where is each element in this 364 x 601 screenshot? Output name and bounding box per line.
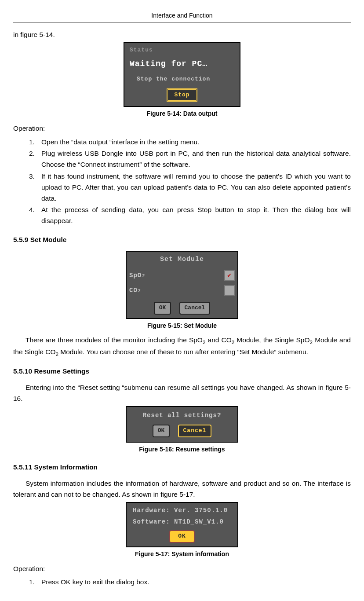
para-559: There are three modules of the monitor i… bbox=[13, 335, 351, 358]
t: There are three modules of the monitor i… bbox=[25, 336, 203, 344]
list-text: Press OK key to exit the dialog box. bbox=[41, 577, 351, 588]
figure-5-15: Set Module SpO₂ ✔ CO₂ OK Cancel bbox=[13, 251, 351, 319]
t: and CO bbox=[205, 336, 231, 344]
intro-line: in figure 5-14. bbox=[13, 29, 351, 40]
list-text: Open the “data output “interface in the … bbox=[41, 137, 351, 148]
figure-5-15-caption: Figure 5-15: Set Module bbox=[13, 321, 351, 330]
figure-5-17-caption: Figure 5-17: System information bbox=[13, 549, 351, 559]
section-5-5-9: 5.5.9 Set Module bbox=[13, 235, 351, 246]
t: Module. You can choose one of these to r… bbox=[58, 348, 308, 355]
list-item: 1.Open the “data output “interface in th… bbox=[29, 137, 351, 148]
cancel-button[interactable]: Cancel bbox=[178, 425, 212, 437]
para-5510: Entering into the “Reset setting “submen… bbox=[13, 382, 351, 404]
list-num: 3. bbox=[29, 171, 41, 204]
co2-label: CO₂ bbox=[129, 286, 224, 295]
list-item: 1.Press OK key to exit the dialog box. bbox=[29, 577, 351, 588]
operation-list-2: 1.Press OK key to exit the dialog box. bbox=[13, 577, 351, 588]
figure-5-17: Hardware: Ver. 3750.1.0 Software: NT1D_S… bbox=[13, 502, 351, 548]
section-5-5-11: 5.5.11 System Information bbox=[13, 462, 351, 473]
operation-label-1: Operation: bbox=[13, 123, 351, 134]
set-module-title: Set Module bbox=[127, 252, 237, 268]
list-text: If it has found instrument, the software… bbox=[41, 171, 351, 204]
ok-button[interactable]: OK bbox=[169, 530, 195, 543]
list-num: 2. bbox=[29, 148, 41, 170]
list-text: Plug wireless USB Dongle into USB port i… bbox=[41, 148, 351, 170]
stop-button[interactable]: Stop bbox=[167, 88, 197, 102]
operation-label-2: Operation: bbox=[13, 564, 351, 575]
cancel-button[interactable]: Cancel bbox=[179, 302, 211, 315]
ok-button[interactable]: OK bbox=[153, 425, 170, 437]
status-label: Status bbox=[130, 46, 236, 55]
figure-5-14-caption: Figure 5-14: Data output bbox=[13, 109, 351, 118]
software-line: Software: NT1D_SW_V1.0 bbox=[130, 516, 234, 528]
spo2-checkbox[interactable]: ✔ bbox=[224, 270, 235, 281]
ok-button[interactable]: OK bbox=[154, 302, 171, 315]
operation-list-1: 1.Open the “data output “interface in th… bbox=[13, 137, 351, 227]
list-item: 2.Plug wireless USB Dongle into USB port… bbox=[29, 148, 351, 170]
list-num: 1. bbox=[29, 577, 41, 588]
stop-connection-text: Stop the connection bbox=[137, 75, 236, 84]
co2-checkbox[interactable] bbox=[224, 285, 235, 296]
waiting-text: Waiting for PC… bbox=[130, 58, 236, 70]
spo2-label: SpO₂ bbox=[129, 271, 224, 280]
list-num: 1. bbox=[29, 137, 41, 148]
list-item: 4.At the process of sending data, you ca… bbox=[29, 205, 351, 227]
list-text: At the process of sending data, you can … bbox=[41, 205, 351, 227]
reset-question: Reset all settings? bbox=[127, 407, 237, 423]
figure-5-16-caption: Figure 5-16: Resume settings bbox=[13, 444, 351, 454]
figure-5-14: Status Waiting for PC… Stop the connecti… bbox=[13, 42, 351, 107]
section-5-5-10: 5.5.10 Resume Settings bbox=[13, 366, 351, 377]
list-num: 4. bbox=[29, 205, 41, 227]
para-5511: System information includes the informat… bbox=[13, 478, 351, 500]
t: Module, the Single SpO bbox=[234, 336, 309, 344]
page-header: Interface and Function bbox=[13, 11, 351, 22]
page-number: 5-11 bbox=[13, 598, 351, 601]
hardware-line: Hardware: Ver. 3750.1.0 bbox=[130, 505, 234, 516]
figure-5-16: Reset all settings? OK Cancel bbox=[13, 406, 351, 443]
list-item: 3.If it has found instrument, the softwa… bbox=[29, 171, 351, 204]
